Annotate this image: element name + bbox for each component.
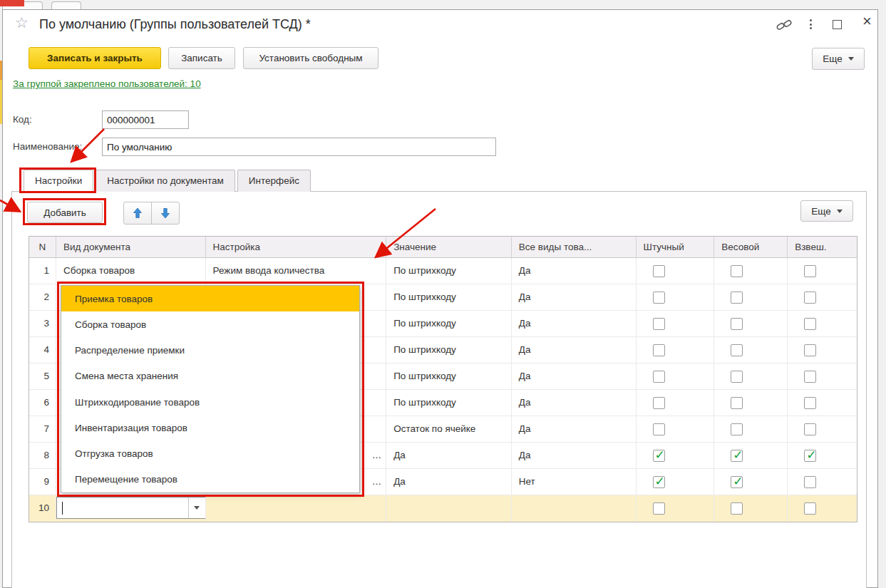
more-label: Еще [811, 206, 830, 217]
weight-checkbox[interactable]: ✓ [731, 450, 743, 462]
weight-checkbox[interactable] [731, 423, 743, 435]
column-header[interactable]: N [29, 237, 56, 257]
set-free-button[interactable]: Установить свободным [243, 47, 378, 69]
window-title: По умолчанию (Группы пользователей ТСД) … [39, 17, 311, 32]
close-icon[interactable]: × [862, 14, 872, 29]
text-cursor [62, 502, 63, 515]
move-up-button[interactable] [123, 202, 152, 225]
dropdown-item[interactable]: Распределение приемки [61, 338, 359, 363]
weight-checkbox[interactable] [731, 371, 743, 383]
weighted-checkbox[interactable] [804, 344, 816, 356]
tab-item[interactable]: Интерфейс [237, 170, 311, 192]
more-button-table[interactable]: Еще [800, 200, 853, 222]
piece-checkbox[interactable] [653, 265, 665, 277]
piece-checkbox[interactable]: ✓ [653, 476, 665, 488]
code-field[interactable] [102, 110, 189, 129]
weighted-checkbox[interactable] [804, 318, 816, 330]
piece-checkbox[interactable]: ✓ [653, 450, 665, 462]
add-row-label: Добавить [43, 207, 86, 218]
column-header[interactable]: Настройка [206, 237, 387, 257]
column-header[interactable]: Значение [386, 237, 512, 257]
column-header[interactable]: Взвеш. [788, 237, 857, 257]
name-label: Наименование: [13, 138, 82, 156]
dropdown-item[interactable]: Сборка товаров [61, 311, 359, 337]
favorite-star-icon[interactable]: ☆ [15, 14, 29, 31]
piece-checkbox[interactable] [653, 502, 665, 515]
move-down-button[interactable] [151, 202, 180, 225]
combo-dropdown-button[interactable] [188, 497, 205, 518]
weighted-checkbox[interactable] [804, 292, 816, 304]
set-free-label: Установить свободным [259, 53, 362, 63]
weighted-checkbox[interactable] [804, 265, 816, 277]
add-row-button[interactable]: Добавить [27, 202, 103, 223]
column-header[interactable]: Весовой [714, 237, 788, 257]
chain-link-icon [776, 19, 793, 31]
save-button[interactable]: Записать [168, 47, 235, 69]
weighted-checkbox[interactable] [804, 502, 816, 515]
tab-active[interactable]: Настройки [24, 170, 93, 192]
tab-bar: НастройкиНастройки по документамИнтерфей… [24, 170, 311, 192]
piece-checkbox[interactable] [653, 397, 665, 409]
background-tab [51, 1, 81, 9]
more-button-top[interactable]: Еще [812, 48, 865, 70]
weight-checkbox[interactable] [731, 344, 743, 356]
chevron-down-icon [837, 210, 843, 213]
piece-checkbox[interactable] [653, 344, 665, 356]
tab-item[interactable]: Настройки по документам [96, 170, 235, 192]
piece-checkbox[interactable] [653, 292, 665, 304]
weighted-checkbox[interactable]: ✓ [804, 450, 816, 462]
arrow-up-icon [132, 207, 143, 219]
dropdown-item[interactable]: Перемещение товаров [61, 467, 359, 492]
chevron-down-icon [194, 506, 200, 510]
column-header[interactable]: Вид документа [56, 237, 206, 257]
table-header-row: NВид документаНастройкаЗначениеВсе виды … [29, 237, 857, 258]
weighted-checkbox[interactable] [804, 476, 816, 488]
weighted-checkbox[interactable] [804, 397, 816, 409]
weight-checkbox[interactable]: ✓ [731, 476, 743, 488]
screen: { "titlebar": { "title": "По умолчанию (… [0, 0, 886, 588]
weight-checkbox[interactable] [731, 502, 743, 515]
arrow-down-icon [160, 207, 171, 219]
weight-checkbox[interactable] [731, 265, 743, 277]
doc-type-dropdown: Приемка товаровСборка товаровРаспределен… [61, 285, 360, 493]
table-row[interactable]: 10 [29, 495, 857, 522]
dropdown-item[interactable]: Инвентаризация товаров [61, 415, 359, 440]
more-label: Еще [823, 53, 842, 64]
code-label: Код: [13, 110, 32, 129]
dropdown-item[interactable]: Штрихкодирование товаров [61, 389, 359, 415]
column-header[interactable]: Все виды това... [512, 237, 637, 257]
dropdown-item[interactable]: Отгрузка товаров [61, 441, 359, 467]
weight-checkbox[interactable] [731, 318, 743, 330]
window-menu-icon[interactable] [810, 19, 812, 29]
piece-checkbox[interactable] [653, 318, 665, 330]
save-and-close-label: Записать и закрыть [47, 53, 143, 63]
doc-type-combo-input[interactable] [56, 497, 206, 519]
piece-checkbox[interactable] [653, 423, 665, 435]
weight-checkbox[interactable] [731, 292, 743, 304]
dropdown-item[interactable]: Приемка товаров [61, 286, 359, 311]
dropdown-item[interactable]: Смена места хранения [61, 363, 359, 389]
chevron-down-icon [848, 57, 854, 61]
maximize-icon[interactable] [833, 20, 842, 29]
save-label: Записать [181, 53, 222, 63]
piece-checkbox[interactable] [653, 371, 665, 383]
background-red-edge [0, 0, 24, 6]
name-field[interactable] [102, 138, 496, 156]
table-row[interactable]: 1Сборка товаровРежим ввода количестваПо … [29, 258, 857, 284]
weighted-checkbox[interactable] [804, 371, 816, 383]
column-header[interactable]: Штучный [637, 237, 715, 257]
weighted-checkbox[interactable] [804, 423, 816, 435]
group-users-link[interactable]: За группой закреплено пользователей: 10 [13, 78, 201, 89]
save-and-close-button[interactable]: Записать и закрыть [29, 47, 161, 69]
weight-checkbox[interactable] [731, 397, 743, 409]
copy-link-icon[interactable] [776, 19, 793, 31]
